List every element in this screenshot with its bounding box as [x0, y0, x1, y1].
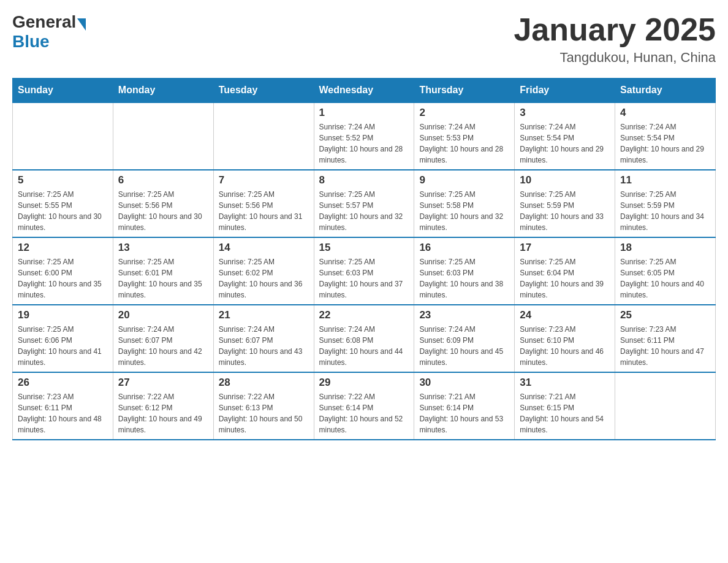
day-cell: 11Sunrise: 7:25 AM Sunset: 5:59 PM Dayli… — [615, 170, 716, 237]
day-cell — [13, 102, 113, 170]
day-cell: 29Sunrise: 7:22 AM Sunset: 6:14 PM Dayli… — [314, 372, 414, 440]
title-section: January 2025 Tangdukou, Hunan, China — [514, 12, 716, 66]
day-info: Sunrise: 7:25 AM Sunset: 6:03 PM Dayligh… — [419, 256, 509, 301]
day-info: Sunrise: 7:21 AM Sunset: 6:15 PM Dayligh… — [520, 391, 610, 435]
day-info: Sunrise: 7:25 AM Sunset: 6:06 PM Dayligh… — [18, 324, 108, 368]
day-cell: 8Sunrise: 7:25 AM Sunset: 5:57 PM Daylig… — [314, 170, 414, 237]
day-number: 29 — [319, 377, 409, 389]
day-cell — [213, 102, 314, 170]
day-info: Sunrise: 7:22 AM Sunset: 6:14 PM Dayligh… — [319, 391, 409, 435]
day-number: 30 — [419, 377, 509, 389]
day-cell: 17Sunrise: 7:25 AM Sunset: 6:04 PM Dayli… — [515, 237, 615, 305]
day-number: 21 — [219, 309, 309, 321]
day-number: 22 — [319, 309, 409, 321]
header-cell-saturday: Saturday — [615, 79, 716, 103]
header-cell-sunday: Sunday — [13, 79, 113, 103]
logo-icon: General Blue — [12, 12, 86, 52]
day-number: 25 — [620, 309, 710, 321]
day-cell: 25Sunrise: 7:23 AM Sunset: 6:11 PM Dayli… — [615, 305, 716, 372]
day-info: Sunrise: 7:25 AM Sunset: 5:59 PM Dayligh… — [520, 189, 610, 233]
header-cell-thursday: Thursday — [414, 79, 515, 103]
day-number: 28 — [219, 377, 309, 389]
day-number: 18 — [620, 242, 710, 254]
day-info: Sunrise: 7:22 AM Sunset: 6:13 PM Dayligh… — [219, 391, 309, 435]
day-info: Sunrise: 7:24 AM Sunset: 5:54 PM Dayligh… — [520, 121, 610, 166]
day-number: 15 — [319, 242, 409, 254]
calendar-table: SundayMondayTuesdayWednesdayThursdayFrid… — [12, 78, 716, 440]
day-number: 3 — [520, 107, 610, 119]
week-row-5: 26Sunrise: 7:23 AM Sunset: 6:11 PM Dayli… — [13, 372, 716, 440]
logo-triangle-icon — [77, 18, 86, 31]
day-cell: 5Sunrise: 7:25 AM Sunset: 5:55 PM Daylig… — [13, 170, 113, 237]
logo: General Blue — [12, 12, 86, 52]
day-info: Sunrise: 7:23 AM Sunset: 6:10 PM Dayligh… — [520, 324, 610, 368]
day-number: 16 — [419, 242, 509, 254]
day-info: Sunrise: 7:25 AM Sunset: 6:02 PM Dayligh… — [219, 256, 309, 301]
day-cell — [113, 102, 213, 170]
day-cell: 3Sunrise: 7:24 AM Sunset: 5:54 PM Daylig… — [515, 102, 615, 170]
day-info: Sunrise: 7:24 AM Sunset: 5:54 PM Dayligh… — [620, 121, 710, 166]
day-cell — [615, 372, 716, 440]
day-cell: 14Sunrise: 7:25 AM Sunset: 6:02 PM Dayli… — [213, 237, 314, 305]
day-info: Sunrise: 7:25 AM Sunset: 6:00 PM Dayligh… — [18, 256, 108, 301]
header-cell-tuesday: Tuesday — [213, 79, 314, 103]
day-cell: 12Sunrise: 7:25 AM Sunset: 6:00 PM Dayli… — [13, 237, 113, 305]
day-number: 7 — [219, 174, 309, 186]
day-cell: 28Sunrise: 7:22 AM Sunset: 6:13 PM Dayli… — [213, 372, 314, 440]
day-number: 6 — [118, 174, 208, 186]
week-row-4: 19Sunrise: 7:25 AM Sunset: 6:06 PM Dayli… — [13, 305, 716, 372]
day-info: Sunrise: 7:25 AM Sunset: 6:01 PM Dayligh… — [118, 256, 208, 301]
day-cell: 24Sunrise: 7:23 AM Sunset: 6:10 PM Dayli… — [515, 305, 615, 372]
week-row-3: 12Sunrise: 7:25 AM Sunset: 6:00 PM Dayli… — [13, 237, 716, 305]
day-number: 23 — [419, 309, 509, 321]
day-number: 10 — [520, 174, 610, 186]
day-cell: 4Sunrise: 7:24 AM Sunset: 5:54 PM Daylig… — [615, 102, 716, 170]
day-info: Sunrise: 7:24 AM Sunset: 6:09 PM Dayligh… — [419, 324, 509, 368]
day-number: 2 — [419, 107, 509, 119]
day-cell: 7Sunrise: 7:25 AM Sunset: 5:56 PM Daylig… — [213, 170, 314, 237]
logo-blue-text: Blue — [12, 32, 50, 52]
month-title: January 2025 — [514, 12, 716, 47]
day-number: 27 — [118, 377, 208, 389]
day-info: Sunrise: 7:25 AM Sunset: 5:56 PM Dayligh… — [118, 189, 208, 233]
header-cell-monday: Monday — [113, 79, 213, 103]
day-cell: 30Sunrise: 7:21 AM Sunset: 6:14 PM Dayli… — [414, 372, 515, 440]
day-info: Sunrise: 7:25 AM Sunset: 5:58 PM Dayligh… — [419, 189, 509, 233]
header-cell-wednesday: Wednesday — [314, 79, 414, 103]
day-number: 24 — [520, 309, 610, 321]
day-number: 8 — [319, 174, 409, 186]
day-info: Sunrise: 7:25 AM Sunset: 5:59 PM Dayligh… — [620, 189, 710, 233]
day-number: 1 — [319, 107, 409, 119]
day-cell: 18Sunrise: 7:25 AM Sunset: 6:05 PM Dayli… — [615, 237, 716, 305]
day-cell: 20Sunrise: 7:24 AM Sunset: 6:07 PM Dayli… — [113, 305, 213, 372]
day-cell: 2Sunrise: 7:24 AM Sunset: 5:53 PM Daylig… — [414, 102, 515, 170]
day-number: 19 — [18, 309, 108, 321]
day-number: 5 — [18, 174, 108, 186]
day-info: Sunrise: 7:24 AM Sunset: 6:08 PM Dayligh… — [319, 324, 409, 368]
day-info: Sunrise: 7:24 AM Sunset: 6:07 PM Dayligh… — [219, 324, 309, 368]
day-cell: 9Sunrise: 7:25 AM Sunset: 5:58 PM Daylig… — [414, 170, 515, 237]
day-cell: 26Sunrise: 7:23 AM Sunset: 6:11 PM Dayli… — [13, 372, 113, 440]
day-number: 20 — [118, 309, 208, 321]
day-number: 13 — [118, 242, 208, 254]
day-info: Sunrise: 7:22 AM Sunset: 6:12 PM Dayligh… — [118, 391, 208, 435]
day-number: 14 — [219, 242, 309, 254]
day-info: Sunrise: 7:25 AM Sunset: 5:56 PM Dayligh… — [219, 189, 309, 233]
day-cell: 22Sunrise: 7:24 AM Sunset: 6:08 PM Dayli… — [314, 305, 414, 372]
week-row-2: 5Sunrise: 7:25 AM Sunset: 5:55 PM Daylig… — [13, 170, 716, 237]
day-cell: 31Sunrise: 7:21 AM Sunset: 6:15 PM Dayli… — [515, 372, 615, 440]
day-cell: 13Sunrise: 7:25 AM Sunset: 6:01 PM Dayli… — [113, 237, 213, 305]
day-info: Sunrise: 7:24 AM Sunset: 6:07 PM Dayligh… — [118, 324, 208, 368]
day-cell: 19Sunrise: 7:25 AM Sunset: 6:06 PM Dayli… — [13, 305, 113, 372]
day-number: 12 — [18, 242, 108, 254]
calendar-body: 1Sunrise: 7:24 AM Sunset: 5:52 PM Daylig… — [13, 102, 716, 440]
day-info: Sunrise: 7:24 AM Sunset: 5:52 PM Dayligh… — [319, 121, 409, 166]
day-number: 31 — [520, 377, 610, 389]
day-info: Sunrise: 7:25 AM Sunset: 6:03 PM Dayligh… — [319, 256, 409, 301]
day-cell: 15Sunrise: 7:25 AM Sunset: 6:03 PM Dayli… — [314, 237, 414, 305]
page-header: General Blue January 2025 Tangdukou, Hun… — [12, 12, 716, 66]
day-number: 11 — [620, 174, 710, 186]
day-cell: 16Sunrise: 7:25 AM Sunset: 6:03 PM Dayli… — [414, 237, 515, 305]
day-cell: 1Sunrise: 7:24 AM Sunset: 5:52 PM Daylig… — [314, 102, 414, 170]
header-row: SundayMondayTuesdayWednesdayThursdayFrid… — [13, 79, 716, 103]
